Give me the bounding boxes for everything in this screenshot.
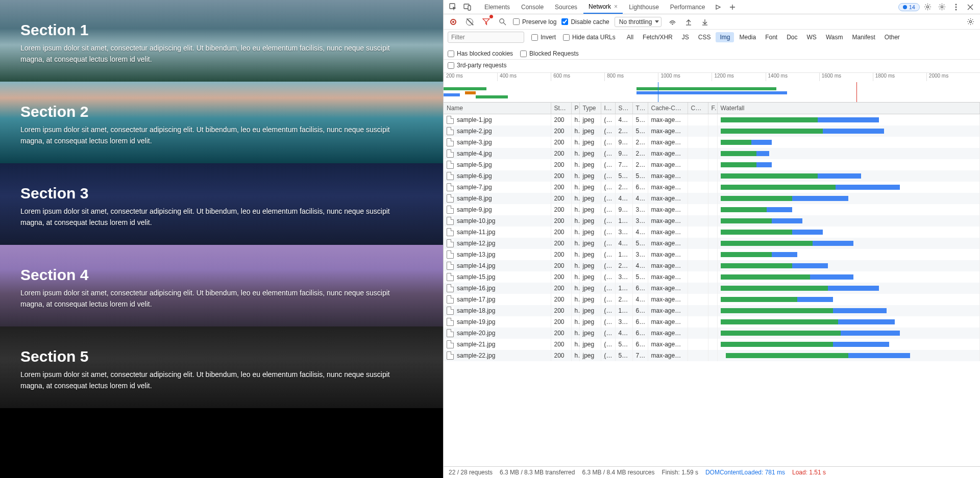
hide-data-urls-checkbox[interactable]: Hide data URLs: [563, 34, 616, 41]
request-row[interactable]: sample-18.jpg200h..jpeg(i...19...64...ma…: [444, 305, 980, 316]
request-initiator[interactable]: (i...: [601, 294, 615, 305]
col-f[interactable]: F.: [708, 103, 717, 114]
clear-button[interactable]: [464, 16, 475, 28]
col-name[interactable]: Name: [444, 103, 551, 114]
rendered-page[interactable]: Section 1 Lorem ipsum dolor sit amet, co…: [0, 0, 443, 478]
close-icon[interactable]: ×: [614, 3, 618, 10]
disable-cache-checkbox[interactable]: Disable cache: [561, 18, 609, 26]
request-row[interactable]: sample-11.jpg200h..jpeg(i...35...43...ma…: [444, 227, 980, 238]
type-pill-other[interactable]: Other: [880, 32, 904, 42]
request-initiator[interactable]: (i...: [601, 316, 615, 328]
tab-lighthouse[interactable]: Lighthouse: [624, 1, 664, 13]
col-content[interactable]: Cont...: [688, 103, 708, 114]
network-overview[interactable]: 200 ms400 ms600 ms800 ms1000 ms1200 ms14…: [444, 73, 980, 103]
request-initiator[interactable]: (i...: [601, 193, 615, 204]
request-initiator[interactable]: (i...: [601, 328, 615, 339]
tab-console[interactable]: Console: [516, 1, 549, 13]
request-row[interactable]: sample-2.jpg200h..jpeg(i...24...54...max…: [444, 125, 980, 137]
col-status[interactable]: Status: [551, 103, 571, 114]
request-initiator[interactable]: (i...: [601, 305, 615, 316]
tab-elements[interactable]: Elements: [479, 1, 515, 13]
col-time[interactable]: Ti...: [632, 103, 648, 114]
type-pill-ws[interactable]: WS: [803, 32, 821, 42]
col-cache[interactable]: Cache-Control: [648, 103, 688, 114]
request-row[interactable]: sample-1.jpg200h..jpeg(i...40...54...max…: [444, 114, 980, 125]
request-initiator[interactable]: (i...: [601, 204, 615, 215]
request-row[interactable]: sample-6.jpg200h..jpeg(i...59...56...max…: [444, 170, 980, 182]
request-initiator[interactable]: (i...: [601, 271, 615, 283]
request-initiator[interactable]: (i...: [601, 260, 615, 271]
request-row[interactable]: sample-20.jpg200h..jpeg(i...45...69...ma…: [444, 328, 980, 339]
request-table[interactable]: Name Status P Type Ini... Size Ti... Cac…: [444, 103, 980, 467]
close-devtools-icon[interactable]: [964, 2, 977, 13]
request-initiator[interactable]: (i...: [601, 159, 615, 170]
search-button[interactable]: [497, 16, 508, 28]
type-pill-font[interactable]: Font: [761, 32, 781, 42]
issues-badge[interactable]: 14: [898, 3, 920, 11]
network-conditions-icon[interactable]: [667, 16, 678, 28]
record-button[interactable]: [448, 16, 459, 28]
request-initiator[interactable]: (i...: [601, 339, 615, 350]
blocked-cookies-checkbox[interactable]: Has blocked cookies: [448, 50, 513, 57]
request-row[interactable]: sample-10.jpg200h..jpeg(i...14...35...ma…: [444, 215, 980, 227]
request-row[interactable]: sample-21.jpg200h..jpeg(i...51...65...ma…: [444, 339, 980, 350]
request-row[interactable]: sample-16.jpg200h..jpeg(i...13...61...ma…: [444, 283, 980, 294]
request-row[interactable]: sample-4.jpg200h..jpeg(i...97...25...max…: [444, 148, 980, 159]
request-initiator[interactable]: (i...: [601, 148, 615, 159]
inspect-element-icon[interactable]: [447, 2, 460, 13]
add-tab-icon[interactable]: [726, 2, 739, 13]
request-initiator[interactable]: (i...: [601, 125, 615, 137]
col-initiator[interactable]: Ini...: [601, 103, 615, 114]
request-row[interactable]: sample-22.jpg200h..jpeg(i...58...73...ma…: [444, 350, 980, 361]
device-toolbar-icon[interactable]: [461, 2, 474, 13]
col-p[interactable]: P: [571, 103, 579, 114]
preserve-log-checkbox[interactable]: Preserve log: [513, 18, 556, 26]
request-row[interactable]: sample-15.jpg200h..jpeg(i...33...54...ma…: [444, 271, 980, 283]
request-initiator[interactable]: (i...: [601, 283, 615, 294]
request-row[interactable]: sample-5.jpg200h..jpeg(i...76...26...max…: [444, 159, 980, 170]
tab-performance[interactable]: Performance: [665, 1, 710, 13]
request-row[interactable]: sample-9.jpg200h..jpeg(i...92...30...max…: [444, 204, 980, 215]
tab-sources[interactable]: Sources: [550, 1, 582, 13]
throttling-select[interactable]: No throttling: [615, 17, 662, 27]
request-initiator[interactable]: (i...: [601, 215, 615, 227]
filter-toggle-button[interactable]: [480, 16, 492, 28]
type-pill-fetchxhr[interactable]: Fetch/XHR: [639, 32, 677, 42]
request-initiator[interactable]: (i...: [601, 350, 615, 361]
type-pill-all[interactable]: All: [623, 32, 638, 42]
invert-checkbox[interactable]: Invert: [531, 34, 556, 41]
third-party-checkbox[interactable]: 3rd-party requests: [448, 62, 506, 69]
request-initiator[interactable]: (i...: [601, 170, 615, 182]
request-initiator[interactable]: (i...: [601, 182, 615, 193]
request-initiator[interactable]: (i...: [601, 227, 615, 238]
col-waterfall[interactable]: Waterfall: [717, 103, 980, 114]
request-row[interactable]: sample-8.jpg200h..jpeg(i...41...44...max…: [444, 193, 980, 204]
type-pill-media[interactable]: Media: [735, 32, 760, 42]
request-initiator[interactable]: (i...: [601, 238, 615, 249]
blocked-requests-checkbox[interactable]: Blocked Requests: [520, 50, 579, 57]
settings-gear-2-icon[interactable]: [935, 2, 948, 13]
request-row[interactable]: sample-14.jpg200h..jpeg(i...25...44...ma…: [444, 260, 980, 271]
request-row[interactable]: sample-19.jpg200h..jpeg(i...38...67...ma…: [444, 316, 980, 328]
network-settings-icon[interactable]: [965, 16, 976, 28]
type-pill-manifest[interactable]: Manifest: [848, 32, 879, 42]
type-pill-js[interactable]: JS: [678, 32, 693, 42]
type-pill-wasm[interactable]: Wasm: [822, 32, 847, 42]
col-size[interactable]: Size: [615, 103, 632, 114]
tab-network[interactable]: Network×: [583, 1, 623, 14]
export-har-icon[interactable]: [699, 16, 710, 28]
col-type[interactable]: Type: [579, 103, 601, 114]
more-tabs-icon[interactable]: [712, 2, 725, 13]
request-row[interactable]: sample-7.jpg200h..jpeg(i...20...62...max…: [444, 182, 980, 193]
request-row[interactable]: sample-3.jpg200h..jpeg(i...90...26...max…: [444, 137, 980, 148]
type-pill-css[interactable]: CSS: [694, 32, 715, 42]
kebab-menu-icon[interactable]: [949, 2, 963, 13]
type-pill-img[interactable]: Img: [716, 32, 734, 42]
type-pill-doc[interactable]: Doc: [782, 32, 801, 42]
request-initiator[interactable]: (i...: [601, 137, 615, 148]
request-row[interactable]: sample-13.jpg200h..jpeg(i...12...35...ma…: [444, 249, 980, 260]
request-row[interactable]: sample-12.jpg200h..jpeg(i...47...54...ma…: [444, 238, 980, 249]
request-row[interactable]: sample-17.jpg200h..jpeg(i...26...45...ma…: [444, 294, 980, 305]
import-har-icon[interactable]: [683, 16, 694, 28]
request-initiator[interactable]: (i...: [601, 249, 615, 260]
